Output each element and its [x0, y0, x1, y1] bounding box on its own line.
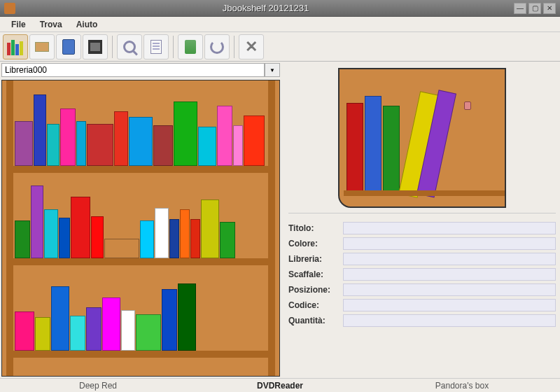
- right-panel: Titolo:Colore:Libreria:Scaffale:Posizion…: [281, 62, 560, 378]
- book-spine[interactable]: [220, 222, 235, 258]
- menu-file[interactable]: File: [4, 18, 33, 31]
- toolbar-books-button[interactable]: [3, 34, 28, 59]
- titlebar: Jbookshelf 20121231 — ▢ ✕: [0, 0, 560, 17]
- book-spine[interactable]: [70, 316, 85, 351]
- book-spine[interactable]: [87, 124, 113, 166]
- close-icon: ✕: [245, 38, 258, 56]
- detail-row: Quantità:: [288, 314, 556, 327]
- book-spine[interactable]: [15, 220, 30, 258]
- menu-aiuto[interactable]: Aiuto: [69, 18, 105, 31]
- maximize-button[interactable]: ▢: [528, 3, 541, 14]
- book-spine[interactable]: [60, 108, 76, 166]
- detail-label: Codice:: [288, 300, 343, 310]
- book-spine[interactable]: [198, 127, 216, 166]
- status-center: DVDReader: [189, 381, 371, 391]
- book-spine[interactable]: [71, 197, 90, 258]
- book-spine[interactable]: [153, 125, 173, 166]
- book-spine[interactable]: [180, 209, 190, 258]
- book-spine[interactable]: [201, 200, 219, 258]
- book-spine[interactable]: [121, 310, 135, 351]
- book-spine[interactable]: [35, 317, 50, 351]
- detail-value-field[interactable]: [343, 237, 556, 250]
- book-spine[interactable]: [102, 298, 120, 351]
- shelf-row: [13, 80, 268, 173]
- detail-row: Codice:: [288, 299, 556, 312]
- book-spine[interactable]: [114, 111, 128, 166]
- book-spine[interactable]: [34, 94, 46, 166]
- detail-row: Scaffale:: [288, 268, 556, 281]
- library-input[interactable]: [1, 63, 265, 77]
- toolbar-separator: [173, 36, 174, 58]
- book-spine[interactable]: [51, 286, 69, 351]
- menu-trova[interactable]: Trova: [33, 18, 69, 31]
- detail-label: Titolo:: [288, 223, 343, 233]
- detail-label: Colore:: [288, 239, 343, 248]
- book-spine[interactable]: [174, 102, 197, 166]
- bookshelf-view[interactable]: [1, 80, 280, 377]
- shelf-row: [13, 265, 268, 358]
- document-icon: [150, 40, 162, 54]
- book-spine[interactable]: [59, 218, 70, 258]
- menubar: File Trova Aiuto: [0, 17, 560, 32]
- toolbar-box-button[interactable]: [29, 34, 55, 59]
- book-icon: [62, 39, 75, 55]
- book-spine[interactable]: [169, 219, 179, 258]
- book-spine[interactable]: [86, 307, 102, 351]
- toolbar-trash-button[interactable]: [178, 34, 203, 59]
- box-icon: [35, 42, 49, 52]
- preview-book: [383, 106, 400, 194]
- book-spine[interactable]: [217, 106, 232, 166]
- detail-value-field[interactable]: [343, 314, 556, 327]
- detail-value-field[interactable]: [343, 268, 556, 281]
- toolbar-film-button[interactable]: [83, 34, 108, 59]
- book-spine[interactable]: [162, 289, 177, 351]
- preview-book: [365, 96, 382, 194]
- book-spine[interactable]: [140, 220, 154, 258]
- toolbar-refresh-button[interactable]: [204, 34, 230, 59]
- search-icon: [123, 41, 136, 53]
- detail-value-field[interactable]: [343, 299, 556, 312]
- preview-book: [346, 103, 363, 194]
- toolbar-search-button[interactable]: [117, 34, 142, 59]
- book-spine[interactable]: [233, 125, 243, 166]
- toolbar: ✕: [0, 32, 560, 62]
- status-right: Pandora's box: [371, 381, 553, 391]
- book-spine[interactable]: [31, 186, 43, 258]
- toolbar-delete-button[interactable]: ✕: [239, 34, 264, 59]
- book-spine[interactable]: [136, 314, 161, 351]
- book-spine[interactable]: [155, 208, 169, 258]
- detail-label: Quantità:: [288, 316, 343, 326]
- close-window-button[interactable]: ✕: [543, 3, 556, 14]
- book-spine[interactable]: [91, 216, 104, 258]
- preview-area: [288, 63, 556, 214]
- book-spine[interactable]: [47, 124, 59, 166]
- window-title: Jbookshelf 20121231: [20, 3, 512, 13]
- book-spine[interactable]: [244, 115, 265, 166]
- book-spine[interactable]: [76, 121, 86, 166]
- detail-value-field[interactable]: [343, 284, 556, 296]
- library-dropdown-button[interactable]: ▼: [265, 63, 280, 77]
- detail-value-field[interactable]: [343, 253, 556, 265]
- toolbar-book-button[interactable]: [56, 34, 81, 59]
- detail-row: Titolo:: [288, 222, 556, 234]
- books-icon: [7, 38, 24, 55]
- book-spine[interactable]: [190, 219, 200, 258]
- content-area: ▼ Titolo:Colore:Libreria:Scaffale:Posizi…: [0, 62, 560, 378]
- app-icon: [4, 3, 15, 14]
- detail-value-field[interactable]: [343, 222, 556, 234]
- book-spine[interactable]: [104, 239, 139, 258]
- trash-icon: [185, 40, 196, 54]
- detail-label: Posizione:: [288, 285, 343, 295]
- book-spine[interactable]: [129, 117, 153, 166]
- toolbar-doc-button[interactable]: [144, 34, 169, 59]
- book-spine[interactable]: [15, 121, 33, 166]
- shelf-row: [13, 173, 268, 265]
- portrait-icon: [464, 102, 471, 110]
- detail-row: Posizione:: [288, 284, 556, 296]
- toolbar-separator: [112, 36, 113, 58]
- book-spine[interactable]: [178, 284, 196, 351]
- minimize-button[interactable]: —: [514, 3, 526, 14]
- toolbar-separator: [234, 36, 234, 58]
- book-spine[interactable]: [15, 312, 34, 351]
- book-spine[interactable]: [44, 209, 58, 258]
